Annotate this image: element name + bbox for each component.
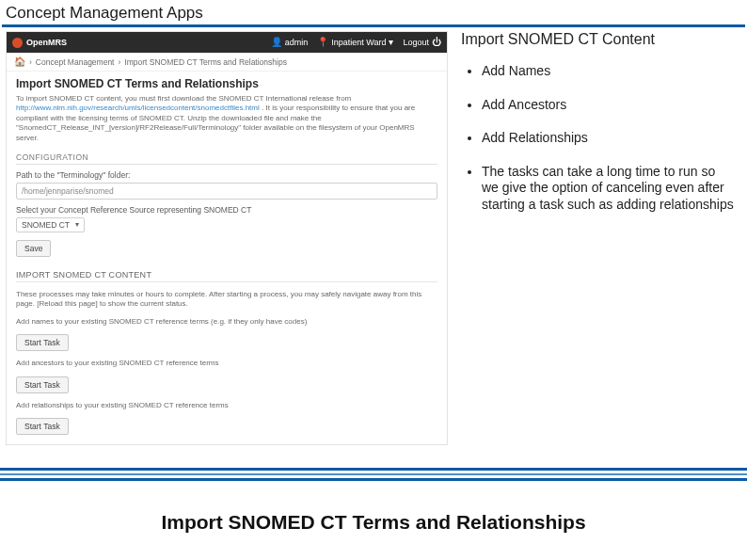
intro-link[interactable]: http://www.nlm.nih.gov/research/umls/lic… [16,104,260,112]
terminology-path-input[interactable] [16,183,437,200]
breadcrumb-import: Import SNOMED CT Terms and Relationships [124,57,287,67]
path-label: Path to the "Terminology" folder: [16,170,437,180]
brand-icon [12,38,23,48]
chevron-down-icon: ▾ [75,220,79,229]
start-task-ancestors-button[interactable]: Start Task [16,376,69,393]
page-body: Import SNOMED CT Terms and Relationships… [7,72,447,444]
home-icon[interactable]: 🏠 [14,56,25,67]
location-icon: 📍 [317,38,328,47]
breadcrumb-concept-mgmt[interactable]: Concept Management [36,57,115,67]
start-task-names-button[interactable]: Start Task [16,334,69,351]
breadcrumb-sep: › [118,57,120,67]
user-icon: 👤 [271,38,282,47]
power-icon: ⏻ [432,38,441,47]
right-title: Import SNOMED CT Content [461,31,736,48]
nav-logout-label: Logout [403,38,429,47]
import-note: These processes may take minutes or hour… [16,290,437,310]
list-item: Add Names [482,63,736,80]
list-item: The tasks can take a long time to run so… [482,164,736,214]
task-add-relationships: Add relationships to your existing SNOME… [16,401,437,410]
breadcrumb: 🏠 › Concept Management › Import SNOMED C… [7,53,447,72]
brand: OpenMRS [12,38,67,48]
nav-admin[interactable]: 👤 admin [271,38,309,47]
openmrs-screenshot: OpenMRS 👤 admin 📍 Inpatient Ward ▾ Logou… [6,31,448,445]
right-bullet-list: Add Names Add Ancestors Add Relationship… [461,63,736,213]
breadcrumb-sep: › [29,57,32,67]
nav-ward[interactable]: 📍 Inpatient Ward ▾ [317,38,393,47]
config-section-label: CONFIGURATION [16,152,437,165]
task-add-names: Add names to your existing SNOMED CT ref… [16,317,437,327]
slide-caption: Import SNOMED CT Terms and Relationships [0,511,747,534]
right-pane: Import SNOMED CT Content Add Names Add A… [455,31,741,445]
app-header: OpenMRS 👤 admin 📍 Inpatient Ward ▾ Logou… [7,32,447,53]
start-task-relationships-button[interactable]: Start Task [16,418,69,435]
list-item: Add Relationships [482,130,736,147]
brand-text: OpenMRS [26,38,67,47]
nav-admin-label: admin [285,38,309,47]
source-label: Select your Concept Reference Source rep… [16,205,437,215]
title-underline [2,24,745,27]
intro-prefix: To import SNOMED CT content, you must fi… [16,94,351,103]
slide-title: Concept Management Apps [0,0,747,24]
list-item: Add Ancestors [482,97,736,114]
nav-ward-label: Inpatient Ward [331,38,386,47]
source-select[interactable]: SNOMED CT ▾ [16,217,85,232]
nav-logout[interactable]: Logout ⏻ [403,38,441,47]
task-add-ancestors: Add ancestors to your existing SNOMED CT… [16,359,437,368]
source-value: SNOMED CT [22,220,70,230]
page-title: Import SNOMED CT Terms and Relationships [16,77,437,90]
import-section-label: IMPORT SNOMED CT CONTENT [16,270,437,282]
save-button[interactable]: Save [16,240,51,257]
content-row: OpenMRS 👤 admin 📍 Inpatient Ward ▾ Logou… [0,31,747,445]
intro-text: To import SNOMED CT content, you must fi… [16,94,437,143]
decorative-stripes [0,468,747,485]
chevron-down-icon: ▾ [389,38,393,47]
